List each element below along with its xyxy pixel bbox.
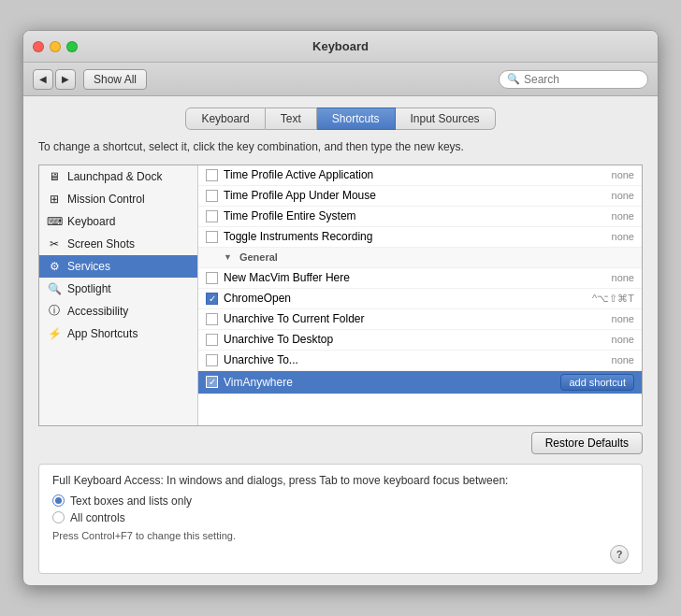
toolbar: ◀ ▶ Show All 🔍 [23,63,658,96]
main-pane: 🖥 Launchpad & Dock ⊞ Mission Control ⌨ K… [38,165,643,426]
sidebar-label-accessibility: Accessibility [67,305,128,318]
tab-shortcuts[interactable]: Shortcuts [317,107,396,130]
instruction-text: To change a shortcut, select it, click t… [38,139,643,155]
table-row[interactable]: Unarchive To... none [198,351,642,371]
row-shortcut: none [612,334,634,345]
checkbox-row1[interactable] [206,190,218,202]
row-label: Unarchive To Desktop [224,333,606,346]
accessibility-icon: ⓘ [47,304,62,319]
table-row[interactable]: Toggle Instruments Recording none [198,227,642,248]
radio-label-all-controls: All controls [70,511,125,524]
table-row[interactable]: Time Profile Entire System none [198,207,642,227]
checkbox-row9[interactable] [206,354,218,366]
keyboard-icon: ⌨ [47,214,62,229]
search-input[interactable] [524,73,640,86]
sidebar-label-mission-control: Mission Control [67,193,145,206]
radio-row-all-controls[interactable]: All controls [52,511,629,524]
search-box: 🔍 [499,70,648,89]
spotlight-icon: 🔍 [47,281,62,296]
minimize-button[interactable] [50,41,61,52]
table-row-vimanywhere[interactable]: ✓ VimAnywhere add shortcut [198,371,642,394]
row-label: New MacVim Buffer Here [224,271,606,284]
row-label-vimanywhere: VimAnywhere [224,376,555,389]
row-shortcut: none [612,210,634,222]
show-all-button[interactable]: Show All [83,69,147,90]
content-area: Keyboard Text Shortcuts Input Sources To… [23,96,658,585]
section-triangle: ▼ [224,252,232,262]
sidebar-label-screenshots: Screen Shots [67,237,135,251]
radio-row-text-boxes[interactable]: Text boxes and lists only [52,494,629,508]
bottom-controls: Restore Defaults [38,426,643,460]
checkbox-row3[interactable] [206,231,218,243]
search-icon: 🔍 [507,73,520,85]
tab-keyboard[interactable]: Keyboard [185,107,265,130]
tab-input-sources[interactable]: Input Sources [396,107,496,130]
checkbox-vimanywhere[interactable]: ✓ [206,376,218,388]
checkbox-row5[interactable] [206,272,218,284]
table-row[interactable]: Time Profile Active Application none [198,165,642,186]
row-shortcut: none [612,190,634,201]
table-row[interactable]: Unarchive To Desktop none [198,330,642,351]
table-row[interactable]: Time Profile App Under Mouse none [198,186,642,207]
row-shortcut: ^⌥⇧⌘T [592,293,634,305]
table-row[interactable]: ✓ ChromeOpen ^⌥⇧⌘T [198,289,642,309]
table-row[interactable]: Unarchive To Current Folder none [198,309,642,330]
sidebar-item-spotlight[interactable]: 🔍 Spotlight [39,278,197,300]
keyboard-access-section: Full Keyboard Access: In windows and dia… [38,464,643,574]
close-button[interactable] [33,41,44,52]
keyboard-access-title: Full Keyboard Access: In windows and dia… [52,474,629,487]
row-label: Toggle Instruments Recording [224,230,606,243]
section-header-general: ▼ General [198,248,642,268]
row-shortcut: none [612,272,634,283]
back-button[interactable]: ◀ [33,69,53,90]
sidebar-item-screen-shots[interactable]: ✂ Screen Shots [39,233,197,255]
window-title: Keyboard [312,39,369,53]
forward-button[interactable]: ▶ [55,69,76,90]
row-label: Unarchive To Current Folder [224,312,606,325]
tabs-row: Keyboard Text Shortcuts Input Sources [38,107,643,130]
row-shortcut: none [612,169,634,180]
screenshots-icon: ✂ [47,236,62,251]
checkbox-row8[interactable] [206,334,218,346]
table-row[interactable]: New MacVim Buffer Here none [198,268,642,289]
titlebar: Keyboard [23,31,658,63]
sidebar-item-mission-control[interactable]: ⊞ Mission Control [39,188,197,210]
row-label: Time Profile Entire System [224,209,606,222]
sidebar-item-services[interactable]: ⚙ Services [39,255,197,278]
restore-defaults-button[interactable]: Restore Defaults [531,432,643,454]
hint-text: Press Control+F7 to change this setting. [52,530,629,541]
row-label: ChromeOpen [224,292,587,305]
row-label: Time Profile Active Application [224,168,606,181]
radio-all-controls[interactable] [52,511,65,523]
sidebar-label-launchpad: Launchpad & Dock [67,170,162,183]
row-shortcut: none [612,231,634,242]
nav-buttons: ◀ ▶ [33,69,76,90]
checkbox-row6[interactable]: ✓ [206,293,218,305]
launchpad-icon: 🖥 [47,169,62,184]
right-panel: Time Profile Active Application none Tim… [198,165,642,425]
row-label: Unarchive To... [224,353,606,366]
checkbox-row7[interactable] [206,313,218,325]
left-panel: 🖥 Launchpad & Dock ⊞ Mission Control ⌨ K… [39,165,198,425]
radio-label-text-boxes: Text boxes and lists only [70,494,192,508]
sidebar-item-app-shortcuts[interactable]: ⚡ App Shortcuts [39,322,197,345]
keyboard-window: Keyboard ◀ ▶ Show All 🔍 Keyboard Text Sh… [22,30,659,586]
row-shortcut: none [612,313,634,324]
radio-dot [55,497,62,504]
help-button[interactable]: ? [610,545,629,564]
sidebar-label-keyboard: Keyboard [67,215,115,228]
sidebar-label-spotlight: Spotlight [67,282,111,295]
row-label: Time Profile App Under Mouse [224,189,606,202]
tab-text[interactable]: Text [266,107,317,130]
traffic-lights [33,41,78,52]
checkbox-row2[interactable] [206,210,218,222]
sidebar-item-accessibility[interactable]: ⓘ Accessibility [39,300,197,322]
radio-text-boxes[interactable] [52,494,65,507]
row-shortcut: none [612,354,634,365]
sidebar-label-services: Services [67,260,110,273]
sidebar-item-launchpad[interactable]: 🖥 Launchpad & Dock [39,165,197,188]
add-shortcut-button[interactable]: add shortcut [560,374,634,391]
checkbox-row0[interactable] [206,169,218,181]
maximize-button[interactable] [66,41,78,52]
sidebar-item-keyboard[interactable]: ⌨ Keyboard [39,210,197,233]
